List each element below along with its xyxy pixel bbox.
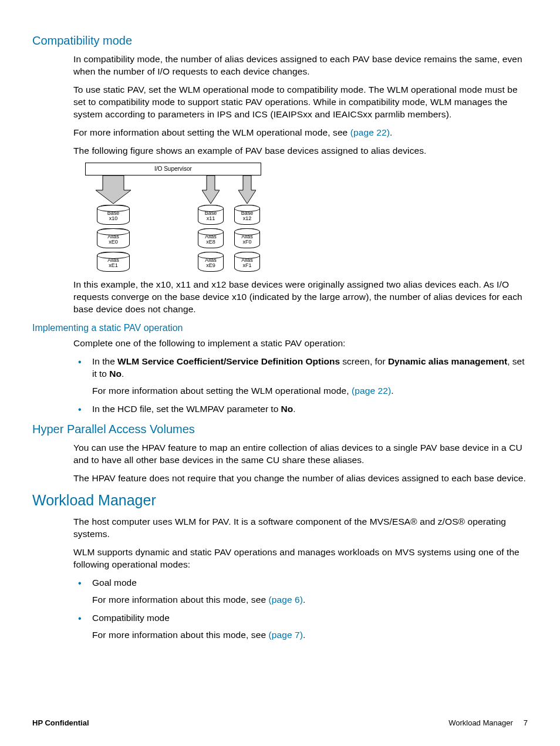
- link-page-6[interactable]: (page 6): [269, 595, 303, 605]
- svg-marker-1: [202, 175, 220, 204]
- wlm-list: Goal mode For more information about thi…: [73, 577, 528, 642]
- staticpav-body: Complete one of the following to impleme…: [73, 337, 528, 416]
- staticpav-bullet-2: In the HCD file, set the WLMPAV paramete…: [73, 403, 528, 416]
- staticpav-list: In the WLM Service Coefficient/Service D…: [73, 356, 528, 416]
- page-number: 7: [524, 718, 528, 727]
- heading-static-pav: Implementing a static PAV operation: [32, 322, 528, 335]
- cyl-alias-xF1: AliasxF1: [234, 252, 260, 272]
- heading-compatibility-mode: Compatibility mode: [32, 33, 528, 49]
- wlm-p1: The host computer uses WLM for PAV. It i…: [73, 516, 528, 541]
- compat-p3: For more information about setting the W…: [73, 127, 528, 139]
- wlm-bullet-compat-sub: For more information about this mode, se…: [92, 629, 528, 642]
- svg-marker-2: [238, 175, 256, 204]
- compat-p3b: .: [390, 127, 392, 137]
- small-arrow-2: [233, 175, 261, 205]
- cyl-alias-xE9: AliasxE9: [198, 252, 224, 272]
- wlm-bullet-compat: Compatibility mode For more information …: [73, 612, 528, 642]
- io-supervisor-box: I/O Supervisor: [85, 163, 261, 175]
- link-page-22[interactable]: (page 22): [350, 127, 390, 137]
- compat-p1: In compatibility mode, the number of ali…: [73, 53, 528, 78]
- cyl-base-x12: Basex12: [234, 205, 260, 225]
- wlm-p2: WLM supports dynamic and static PAV oper…: [73, 546, 528, 571]
- staticpav-p1: Complete one of the following to impleme…: [73, 337, 528, 350]
- small-arrow-1: [197, 175, 225, 205]
- cyl-alias-xE1: AliasxE1: [97, 252, 130, 272]
- hpav-body: You can use the HPAV feature to map an e…: [73, 442, 528, 485]
- pav-diagram: I/O Supervisor Basex10 AliasxE0 AliasxE1…: [85, 163, 261, 272]
- compat-body: In compatibility mode, the number of ali…: [73, 53, 528, 316]
- col-x10: Basex10 AliasxE0 AliasxE1: [85, 205, 141, 272]
- compat-p3a: For more information about setting the W…: [73, 127, 350, 137]
- compat-p2: To use static PAV, set the WLM operation…: [73, 84, 528, 121]
- page-footer: HP Confidential Workload Manager7: [32, 718, 528, 728]
- link-page-7[interactable]: (page 7): [269, 630, 303, 640]
- arrows-row: [85, 175, 261, 205]
- large-arrow: [85, 175, 141, 205]
- compat-p4: The following figure shows an example of…: [73, 145, 528, 157]
- cyl-alias-xE0: AliasxE0: [97, 228, 130, 248]
- svg-marker-0: [96, 175, 131, 204]
- heading-workload-manager: Workload Manager: [32, 491, 528, 511]
- footer-confidential: HP Confidential: [32, 718, 89, 728]
- cyl-base-x11: Basex11: [198, 205, 224, 225]
- heading-hpav: Hyper Parallel Access Volumes: [32, 421, 528, 437]
- staticpav-bullet-1-sub: For more information about setting the W…: [92, 385, 528, 397]
- hpav-p1: You can use the HPAV feature to map an e…: [73, 442, 528, 467]
- col-x12: Basex12 AliasxF0 AliasxF1: [233, 205, 261, 272]
- col-x11: Basex11 AliasxE8 AliasxE9: [197, 205, 225, 272]
- hpav-p2: The HPAV feature does not require that y…: [73, 472, 528, 485]
- staticpav-bullet-1: In the WLM Service Coefficient/Service D…: [73, 356, 528, 397]
- cylinder-columns: Basex10 AliasxE0 AliasxE1 Basex11 Aliasx…: [85, 205, 261, 272]
- footer-right: Workload Manager7: [448, 718, 528, 728]
- wlm-body: The host computer uses WLM for PAV. It i…: [73, 516, 528, 641]
- wlm-bullet-goal-sub: For more information about this mode, se…: [92, 594, 528, 606]
- cyl-alias-xF0: AliasxF0: [234, 228, 260, 248]
- compat-p5: In this example, the x10, x11 and x12 ba…: [73, 279, 528, 316]
- footer-section-label: Workload Manager: [448, 718, 513, 727]
- cyl-alias-xE8: AliasxE8: [198, 228, 224, 248]
- cyl-base-x10: Basex10: [97, 205, 130, 225]
- wlm-bullet-goal: Goal mode For more information about thi…: [73, 577, 528, 606]
- link-page-22-b[interactable]: (page 22): [352, 386, 391, 396]
